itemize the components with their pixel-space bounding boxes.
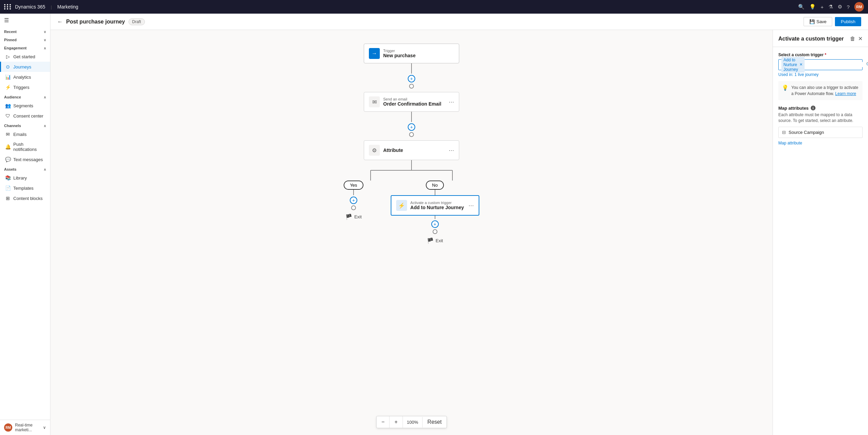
search-tag-clear[interactable]: ✕: [799, 62, 803, 67]
branch-svg: [343, 160, 480, 181]
custom-trigger-node[interactable]: ⚡ Activate a custom trigger Add to Nurtu…: [391, 195, 479, 216]
sms-label: Text messages: [13, 157, 43, 162]
sidebar-item-content-blocks[interactable]: ⊞ Content blocks: [0, 193, 50, 203]
page-title: Post purchase journey: [66, 19, 125, 25]
attribute-node-icon: ⚙: [369, 145, 380, 156]
exit-flag-icon-right: 🏴: [427, 237, 434, 244]
settings-icon[interactable]: ⚙: [838, 4, 842, 10]
hamburger-icon[interactable]: ☰: [0, 14, 50, 27]
connector-2: [411, 112, 412, 122]
zoom-in-button[interactable]: +: [390, 416, 403, 428]
no-connector: [435, 190, 435, 195]
exit-left: 🏴 Exit: [345, 214, 362, 220]
journeys-label: Journeys: [13, 64, 31, 69]
map-attributes-desc: Each attribute must be mapped to a data …: [778, 112, 863, 124]
trigger-node[interactable]: → Trigger New purchase: [364, 44, 459, 63]
email-node-menu[interactable]: ⋯: [449, 99, 454, 105]
engagement-chevron[interactable]: ∧: [44, 46, 46, 50]
learn-more-link[interactable]: Learn more: [835, 91, 856, 96]
sidebar-item-journeys[interactable]: ⊙ Journeys: [0, 62, 50, 72]
sidebar-item-push[interactable]: 🔔 Push notifications: [0, 139, 50, 154]
save-label: Save: [817, 19, 827, 24]
canvas-area: → Trigger New purchase +: [50, 30, 868, 435]
trigger-icon: ⚡: [5, 84, 11, 90]
no-branch: No ⚡ Activate a custom trigger Add to Nu…: [391, 181, 479, 244]
get-started-label: Get started: [13, 54, 35, 59]
save-button[interactable]: 💾 Save: [804, 17, 833, 26]
sidebar-item-analytics[interactable]: 📊 Analytics: [0, 72, 50, 82]
zoom-controls: − + 100% Reset: [376, 416, 447, 428]
search-icon[interactable]: 🔍: [798, 4, 805, 10]
add-icon[interactable]: +: [821, 4, 824, 10]
sidebar: ☰ Recent ∨ Pinned ∨ Engagement ∧ ▷ Get s…: [0, 14, 50, 435]
sidebar-item-emails[interactable]: ✉ Emails: [0, 129, 50, 139]
attribute-node[interactable]: ⚙ Attribute ⋯: [364, 140, 459, 160]
back-button[interactable]: ←: [57, 19, 63, 25]
user-avatar[interactable]: RM: [854, 2, 864, 12]
search-icon[interactable]: 🔍: [866, 62, 868, 67]
audience-chevron[interactable]: ∧: [44, 95, 46, 99]
used-in-info[interactable]: Used in: 1 live journey: [778, 72, 863, 77]
add-no-step[interactable]: +: [431, 220, 439, 228]
source-name: Source Campaign: [789, 130, 824, 135]
panel-hint: 💡 You can also use a trigger to activate…: [778, 81, 863, 100]
trigger-search-box[interactable]: Add to Nurture Journey ✕ 🔍: [778, 59, 863, 70]
help-icon[interactable]: ?: [847, 4, 850, 10]
channels-chevron[interactable]: ∧: [44, 124, 46, 128]
pinned-section[interactable]: Pinned ∨: [0, 35, 50, 43]
assets-label: Assets: [4, 167, 16, 171]
select-trigger-label: Select a custom trigger *: [778, 52, 863, 57]
add-step-button-1[interactable]: +: [408, 75, 415, 82]
zoom-reset-button[interactable]: Reset: [423, 416, 447, 428]
app-name: Marketing: [57, 4, 78, 10]
map-attribute-link[interactable]: Map attribute: [778, 141, 863, 145]
flow-chart: → Trigger New purchase +: [343, 44, 480, 421]
triggers-label: Triggers: [13, 85, 29, 90]
sidebar-item-consent[interactable]: 🛡 Consent center: [0, 111, 50, 121]
status-badge: Draft: [129, 18, 145, 25]
panel-delete-button[interactable]: 🗑: [850, 36, 855, 42]
journey-canvas[interactable]: → Trigger New purchase +: [50, 30, 773, 435]
sidebar-item-segments[interactable]: 👥 Segments: [0, 100, 50, 111]
sidebar-bottom[interactable]: RM Real-time marketi... ∨: [0, 420, 50, 435]
analytics-icon: 📊: [5, 74, 11, 80]
panel-body: Select a custom trigger * Add to Nurture…: [773, 47, 868, 435]
recent-section[interactable]: Recent ∨: [0, 27, 50, 35]
segments-icon: 👥: [5, 103, 11, 108]
sidebar-item-sms[interactable]: 💬 Text messages: [0, 154, 50, 165]
email-node[interactable]: ✉ Send an email Order Confirmation Email…: [364, 92, 459, 112]
publish-button[interactable]: Publish: [835, 17, 861, 26]
sidebar-item-triggers[interactable]: ⚡ Triggers: [0, 82, 50, 92]
templates-label: Templates: [13, 186, 33, 191]
add-yes-step[interactable]: +: [350, 197, 357, 204]
trigger-node-icon: →: [369, 48, 380, 59]
push-label: Push notifications: [13, 142, 46, 152]
yes-circle: [351, 205, 356, 210]
attribute-node-menu[interactable]: ⋯: [449, 147, 454, 154]
source-icon: ⊟: [782, 130, 786, 135]
zoom-level: 100%: [403, 417, 422, 428]
zoom-out-button[interactable]: −: [377, 416, 390, 428]
search-tag-text: Add to Nurture Journey: [783, 58, 798, 72]
connector-circle-2: [409, 132, 414, 137]
custom-trigger-menu[interactable]: ⋯: [468, 202, 474, 209]
sidebar-item-templates[interactable]: 📄 Templates: [0, 183, 50, 193]
panel-header: Activate a custom trigger 🗑 ✕: [773, 30, 868, 47]
assets-chevron[interactable]: ∧: [44, 168, 46, 171]
push-icon: 🔔: [5, 144, 11, 150]
sidebar-item-library[interactable]: 📚 Library: [0, 173, 50, 183]
exit-right-label: Exit: [436, 238, 443, 243]
hint-text: You can also use a trigger to activate a…: [791, 84, 859, 97]
panel-header-actions: 🗑 ✕: [850, 35, 863, 42]
panel-close-button[interactable]: ✕: [858, 35, 863, 42]
email-node-label: Send an email: [383, 97, 441, 101]
add-step-button-2[interactable]: +: [408, 123, 415, 131]
filter-icon[interactable]: ⚗: [828, 4, 833, 10]
search-input[interactable]: [807, 62, 864, 67]
custom-trigger-name: Add to Nurture Journey: [410, 205, 464, 210]
recent-label: Recent: [4, 30, 17, 34]
email-icon: ✉: [5, 131, 11, 137]
info-icon: i: [811, 106, 815, 110]
lightbulb-icon[interactable]: 💡: [809, 4, 816, 10]
sidebar-item-get-started[interactable]: ▷ Get started: [0, 51, 50, 62]
